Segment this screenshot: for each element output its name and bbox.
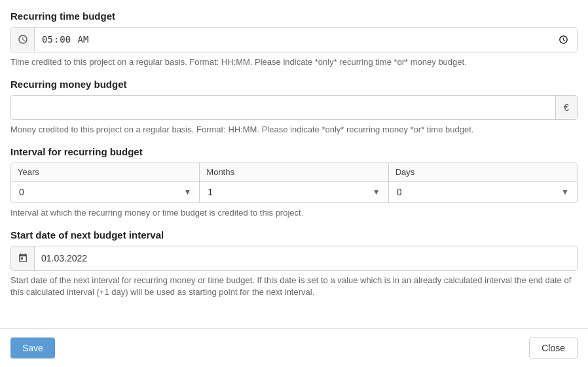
- recurring-time-budget-title: Recurring time budget: [10, 10, 578, 22]
- start-date-input-row: [10, 246, 578, 271]
- start-date-title: Start date of next budget interval: [10, 229, 578, 241]
- currency-symbol: €: [555, 96, 577, 119]
- interval-help: Interval at which the recurring money or…: [10, 207, 578, 219]
- years-select-wrapper: 0 1 2 3 4 5 ▼: [11, 182, 199, 203]
- months-label: Months: [200, 163, 388, 182]
- months-select-wrapper: 0 1 2 3 4 5 6 7 8 9 10 11 ▼: [200, 182, 388, 203]
- months-column: Months 0 1 2 3 4 5 6 7 8 9 10 11: [200, 163, 388, 203]
- years-label: Years: [11, 163, 199, 182]
- recurring-time-help: Time credited to this project on a regul…: [10, 56, 578, 68]
- clock-icon: [11, 28, 35, 51]
- months-select[interactable]: 0 1 2 3 4 5 6 7 8 9 10 11: [205, 184, 382, 200]
- days-select-wrapper: 0 1 2 3 4 5 6 7 8 9 10 11 12 13: [389, 182, 577, 203]
- save-button[interactable]: Save: [10, 338, 55, 358]
- interval-grid: Years 0 1 2 3 4 5 ▼ Months: [10, 163, 578, 203]
- recurring-money-budget-title: Recurring money budget: [10, 79, 578, 90]
- recurring-time-input[interactable]: [35, 28, 577, 52]
- interval-section: Interval for recurring budget Years 0 1 …: [10, 146, 578, 219]
- start-date-help: Start date of the next interval for recu…: [10, 275, 578, 298]
- days-label: Days: [389, 163, 577, 182]
- calendar-icon: [11, 246, 35, 270]
- footer-bar: Save Close: [0, 328, 588, 367]
- years-select[interactable]: 0 1 2 3 4 5: [16, 184, 194, 200]
- days-column: Days 0 1 2 3 4 5 6 7 8 9 10 11: [389, 163, 577, 203]
- money-budget-input-row: €: [10, 95, 578, 120]
- recurring-money-input[interactable]: [11, 96, 555, 119]
- interval-title: Interval for recurring budget: [10, 146, 578, 157]
- days-select[interactable]: 0 1 2 3 4 5 6 7 8 9 10 11 12 13: [394, 184, 572, 200]
- start-date-input[interactable]: [35, 246, 577, 270]
- close-button[interactable]: Close: [529, 337, 578, 359]
- years-column: Years 0 1 2 3 4 5 ▼: [11, 163, 200, 203]
- recurring-money-help: Money credited to this project on a regu…: [10, 124, 578, 136]
- time-budget-input-row: [10, 27, 578, 52]
